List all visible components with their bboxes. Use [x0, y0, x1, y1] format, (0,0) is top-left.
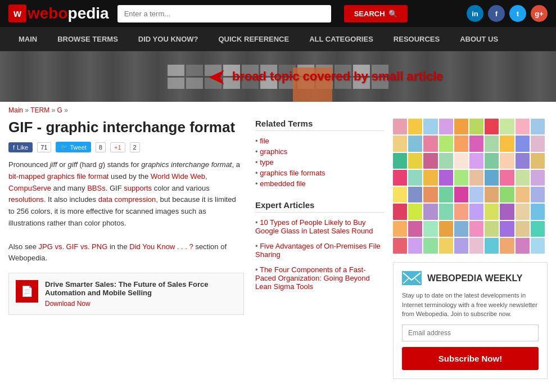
- svg-rect-0: [402, 271, 422, 285]
- term-link-file[interactable]: file: [260, 137, 269, 145]
- newsletter-box: WEBOPEDIA WEEKLY Stay up to date on the …: [393, 262, 548, 379]
- newsletter-title: WEBOPEDIA WEEKLY: [427, 273, 523, 283]
- promo-icon: 📄: [16, 280, 38, 303]
- expert-article-3[interactable]: The Four Components of a Fast-Paced Orga…: [255, 265, 370, 291]
- list-item: file: [255, 136, 385, 146]
- logo: w webopedia: [8, 4, 109, 22]
- term-link-embedded-file[interactable]: embedded file: [260, 179, 306, 188]
- link-compuserve[interactable]: CompuServe: [8, 184, 51, 192]
- nav-about-us[interactable]: ABOUT US: [450, 27, 508, 51]
- tweet-button[interactable]: 🐦 Tweet: [56, 142, 91, 152]
- promo-content: Drive Smarter Sales: The Future of Sales…: [45, 280, 237, 308]
- twitter-icon[interactable]: t: [509, 5, 526, 22]
- term-link-graphics[interactable]: graphics: [260, 147, 287, 156]
- term-link-graphics-file-formats[interactable]: graphics file formats: [260, 169, 325, 177]
- list-item: 10 Types of People Likely to Buy Google …: [255, 217, 385, 236]
- search-button[interactable]: SEARCH 🔍: [344, 5, 408, 22]
- nav-quick-reference[interactable]: QUICK REFERENCE: [209, 27, 300, 51]
- color-squares-image: [393, 119, 545, 254]
- email-icon: [402, 271, 422, 285]
- promo-box: 📄 Drive Smarter Sales: The Future of Sal…: [8, 273, 244, 315]
- tweet-count: 8: [96, 142, 106, 152]
- tweet-icon: 🐦: [60, 143, 68, 151]
- banner: ➤ broad topic covered by small article: [0, 51, 556, 102]
- expert-article-2[interactable]: Five Advantages of On-Premises File Shar…: [255, 242, 381, 259]
- logo-text: webopedia: [28, 4, 109, 22]
- promo-title: Drive Smarter Sales: The Future of Sales…: [45, 280, 237, 297]
- related-terms-list: file graphics type graphics file formats…: [255, 136, 385, 189]
- search-bar: [117, 5, 331, 22]
- nav-resources[interactable]: RESOURCES: [383, 27, 450, 51]
- nav-all-categories[interactable]: ALL CATEGORIES: [299, 27, 383, 51]
- list-item: graphics: [255, 146, 385, 157]
- link-bbss[interactable]: BBSs: [87, 184, 106, 192]
- link-supports[interactable]: supports: [124, 184, 152, 192]
- nav-did-you-know[interactable]: DID YOU KNOW?: [128, 27, 209, 51]
- breadcrumb-term[interactable]: TERM: [30, 106, 49, 114]
- header: w webopedia SEARCH 🔍 in f t g+: [0, 0, 556, 27]
- list-item: embedded file: [255, 178, 385, 189]
- term-link-type[interactable]: type: [260, 158, 274, 166]
- logo-icon: w: [8, 4, 26, 22]
- google-icon[interactable]: g+: [531, 5, 548, 22]
- fb-icon: f: [13, 144, 15, 151]
- subscribe-button[interactable]: Subscribe Now!: [402, 347, 539, 370]
- newsletter-email-input[interactable]: [402, 325, 539, 341]
- search-input[interactable]: [117, 5, 331, 22]
- newsletter-header: WEBOPEDIA WEEKLY: [402, 271, 539, 285]
- three-col-layout: GIF - graphic interchange format f Like …: [0, 119, 556, 379]
- expert-articles-section: Expert Articles 10 Types of People Likel…: [255, 200, 385, 292]
- expert-articles-heading: Expert Articles: [255, 200, 385, 213]
- right-panel: WEBOPEDIA WEEKLY Stay up to date on the …: [385, 119, 548, 379]
- nav-main[interactable]: MAIN: [8, 27, 47, 51]
- sidebar: Related Terms file graphics type graphic…: [255, 119, 385, 379]
- link-jpg-vs-gif[interactable]: JPG vs. GIF vs. PNG: [38, 242, 107, 251]
- promo-download-link[interactable]: Download Now: [45, 300, 91, 308]
- link-data-compression[interactable]: data compression: [98, 195, 156, 204]
- breadcrumb-main[interactable]: Main: [8, 106, 23, 114]
- link-bitmapped[interactable]: bit-mapped graphics file format: [8, 172, 109, 181]
- expert-articles-list: 10 Types of People Likely to Buy Google …: [255, 217, 385, 292]
- list-item: type: [255, 157, 385, 168]
- link-did-you-know[interactable]: Did You Know . . . ?: [129, 242, 193, 251]
- breadcrumb-letter[interactable]: G: [57, 106, 62, 114]
- newsletter-desc: Stay up to date on the latest developmen…: [402, 291, 539, 319]
- related-terms-section: Related Terms file graphics type graphic…: [255, 119, 385, 189]
- gplus-count: 2: [130, 142, 140, 152]
- content-area: GIF - graphic interchange format f Like …: [8, 119, 255, 379]
- article-body: Pronounced jiff or giff (hard g) stands …: [8, 159, 244, 264]
- related-terms-heading: Related Terms: [255, 119, 385, 131]
- main-nav: MAIN BROWSE TERMS DID YOU KNOW? QUICK RE…: [0, 27, 556, 51]
- facebook-like-button[interactable]: f Like: [8, 142, 33, 152]
- link-www[interactable]: World Wide Web: [151, 172, 205, 181]
- list-item: Five Advantages of On-Premises File Shar…: [255, 241, 385, 260]
- expert-article-1[interactable]: 10 Types of People Likely to Buy Google …: [255, 218, 373, 235]
- search-icon: 🔍: [388, 10, 397, 18]
- linkedin-icon[interactable]: in: [467, 5, 483, 22]
- pdf-icon: 📄: [21, 285, 33, 298]
- gplus-button[interactable]: +1: [110, 142, 125, 152]
- facebook-icon[interactable]: f: [488, 5, 505, 22]
- list-item: The Four Components of a Fast-Paced Orga…: [255, 264, 385, 292]
- banner-annotation: broad topic covered by small article: [232, 69, 443, 84]
- link-resolutions[interactable]: resolutions: [8, 195, 44, 204]
- nav-browse-terms[interactable]: BROWSE TERMS: [47, 27, 128, 51]
- social-icons: in f t g+: [467, 5, 548, 22]
- social-buttons: f Like 71 🐦 Tweet 8 +1 2: [8, 142, 244, 152]
- breadcrumb: Main » TERM » G »: [0, 102, 556, 119]
- article-title: GIF - graphic interchange format: [8, 119, 244, 136]
- fb-count: 71: [37, 142, 51, 152]
- list-item: graphics file formats: [255, 168, 385, 178]
